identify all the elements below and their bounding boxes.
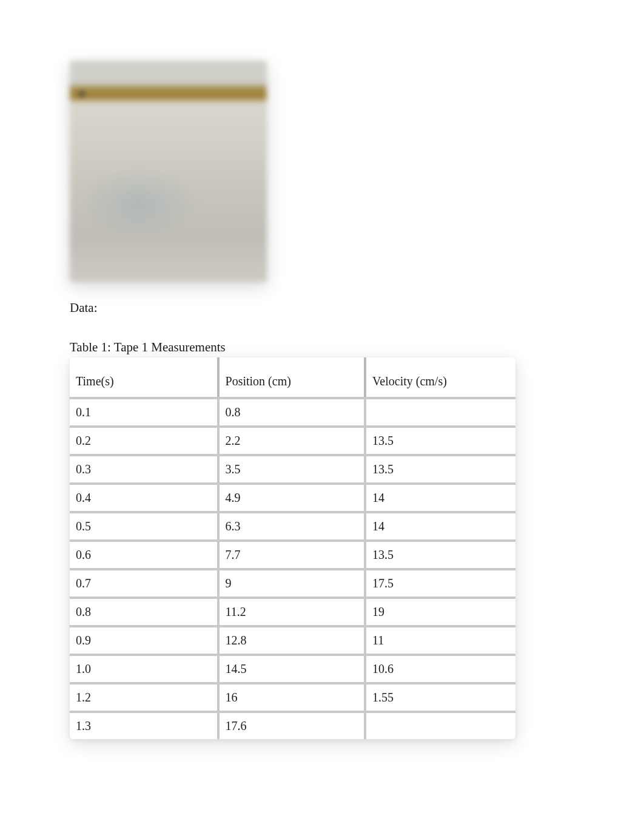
table-row: 1.014.510.6 <box>70 654 515 682</box>
table-header-row: Time(s) Position (cm) Velocity (cm/s) <box>70 357 515 397</box>
cell-position: 9 <box>217 568 364 597</box>
table-row: 0.10.8 <box>70 397 515 425</box>
cell-velocity: 17.5 <box>364 568 515 597</box>
table-row: 0.44.914 <box>70 482 515 511</box>
column-header-velocity: Velocity (cm/s) <box>364 357 515 397</box>
cell-velocity <box>364 711 515 739</box>
cell-velocity: 10.6 <box>364 654 515 682</box>
cell-position: 14.5 <box>217 654 364 682</box>
cell-time: 1.3 <box>70 711 217 739</box>
cell-velocity: 13.5 <box>364 454 515 482</box>
embedded-photo <box>70 61 267 282</box>
cell-position: 12.8 <box>217 625 364 654</box>
cell-position: 0.8 <box>217 397 364 425</box>
cell-time: 0.1 <box>70 397 217 425</box>
cell-time: 0.3 <box>70 454 217 482</box>
table-caption: Table 1: Tape 1 Measurements <box>70 340 574 355</box>
cell-time: 0.9 <box>70 625 217 654</box>
cell-velocity: 14 <box>364 482 515 511</box>
cell-position: 6.3 <box>217 511 364 539</box>
table-row: 0.56.314 <box>70 511 515 539</box>
cell-time: 0.6 <box>70 539 217 568</box>
cell-position: 2.2 <box>217 425 364 454</box>
cell-position: 3.5 <box>217 454 364 482</box>
cell-position: 16 <box>217 682 364 711</box>
cell-position: 11.2 <box>217 597 364 625</box>
table-row: 1.317.6 <box>70 711 515 739</box>
cell-velocity: 11 <box>364 625 515 654</box>
cell-velocity <box>364 397 515 425</box>
cell-position: 7.7 <box>217 539 364 568</box>
cell-position: 17.6 <box>217 711 364 739</box>
cell-time: 0.4 <box>70 482 217 511</box>
column-header-position: Position (cm) <box>217 357 364 397</box>
measurements-table: Time(s) Position (cm) Velocity (cm/s) 0.… <box>70 357 515 739</box>
cell-velocity: 13.5 <box>364 539 515 568</box>
cell-position: 4.9 <box>217 482 364 511</box>
cell-velocity: 14 <box>364 511 515 539</box>
table-row: 0.811.219 <box>70 597 515 625</box>
cell-time: 0.8 <box>70 597 217 625</box>
table-row: 1.2161.55 <box>70 682 515 711</box>
table-row: 0.67.713.5 <box>70 539 515 568</box>
table-row: 0.912.811 <box>70 625 515 654</box>
cell-velocity: 13.5 <box>364 425 515 454</box>
cell-time: 1.2 <box>70 682 217 711</box>
cell-time: 0.7 <box>70 568 217 597</box>
column-header-time: Time(s) <box>70 357 217 397</box>
table-row: 0.33.513.5 <box>70 454 515 482</box>
section-label-data: Data: <box>70 300 574 316</box>
table-row: 0.7917.5 <box>70 568 515 597</box>
cell-time: 1.0 <box>70 654 217 682</box>
table-row: 0.22.213.5 <box>70 425 515 454</box>
cell-velocity: 1.55 <box>364 682 515 711</box>
cell-velocity: 19 <box>364 597 515 625</box>
cell-time: 0.5 <box>70 511 217 539</box>
cell-time: 0.2 <box>70 425 217 454</box>
